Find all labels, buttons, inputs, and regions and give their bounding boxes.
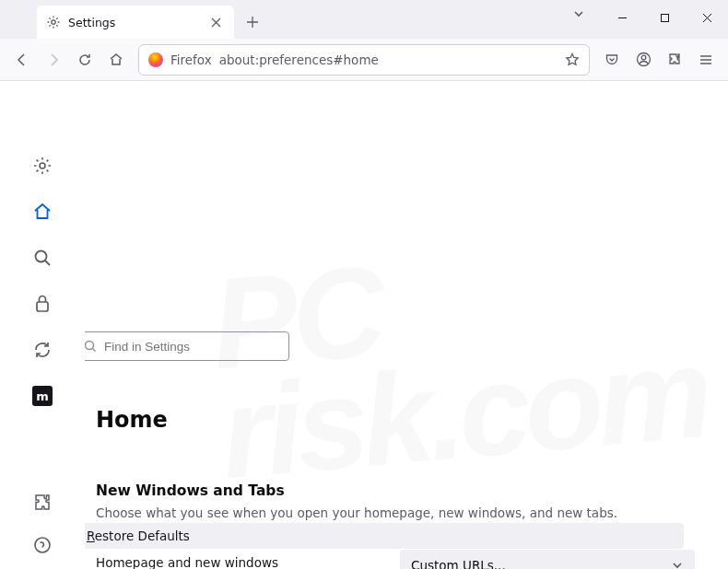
svg-point-0 bbox=[52, 20, 55, 24]
settings-sidebar: m bbox=[0, 81, 85, 569]
settings-search[interactable] bbox=[85, 331, 289, 361]
back-button[interactable] bbox=[7, 45, 37, 75]
svg-point-4 bbox=[40, 163, 45, 168]
svg-point-8 bbox=[86, 342, 94, 350]
menu-button[interactable] bbox=[691, 45, 721, 75]
mozilla-icon: m bbox=[32, 386, 53, 406]
close-window-button[interactable] bbox=[686, 4, 728, 31]
account-icon[interactable] bbox=[628, 45, 658, 75]
sidebar-item-addons[interactable] bbox=[29, 490, 55, 516]
tabs-dropdown-icon[interactable] bbox=[572, 7, 585, 20]
tab-label: Settings bbox=[68, 16, 199, 29]
settings-main: PCrisk.com Home Restore Defaults New Win… bbox=[85, 81, 728, 569]
pocket-icon[interactable] bbox=[597, 45, 627, 75]
url-bar[interactable]: Firefox about:preferences#home bbox=[138, 44, 590, 75]
titlebar: Settings bbox=[0, 0, 728, 39]
close-icon[interactable] bbox=[206, 13, 225, 31]
label-homepage: Homepage and new windows bbox=[96, 550, 400, 569]
page-title: Home bbox=[96, 407, 706, 433]
svg-point-5 bbox=[36, 251, 47, 262]
sidebar-item-general[interactable] bbox=[29, 153, 55, 179]
sidebar-item-home[interactable] bbox=[29, 199, 55, 225]
content: m PCrisk.com Home Restore Defaults New W… bbox=[0, 81, 728, 569]
sidebar-item-help[interactable] bbox=[29, 532, 55, 558]
sidebar-item-more[interactable]: m bbox=[29, 383, 55, 409]
reload-button[interactable] bbox=[70, 45, 100, 75]
gear-icon bbox=[46, 15, 61, 29]
home-button[interactable] bbox=[101, 45, 131, 75]
new-tab-button[interactable] bbox=[238, 7, 267, 37]
minimize-button[interactable] bbox=[601, 4, 643, 31]
chevron-down-icon bbox=[671, 559, 684, 569]
url-path: about:preferences#home bbox=[219, 52, 558, 67]
section-heading-windows: New Windows and Tabs bbox=[96, 482, 706, 499]
svg-rect-1 bbox=[661, 14, 668, 21]
forward-button[interactable] bbox=[39, 45, 68, 75]
settings-search-input[interactable] bbox=[104, 340, 279, 354]
restore-defaults-button[interactable]: Restore Defaults bbox=[85, 523, 684, 549]
url-prefix: Firefox bbox=[170, 52, 212, 67]
homepage-select[interactable]: Custom URLs... bbox=[400, 550, 695, 569]
svg-rect-6 bbox=[37, 302, 48, 311]
browser-tab[interactable]: Settings bbox=[37, 6, 234, 39]
maximize-button[interactable] bbox=[643, 4, 686, 31]
section-desc-windows: Choose what you see when you open your h… bbox=[96, 505, 706, 522]
star-icon[interactable] bbox=[565, 52, 580, 67]
firefox-logo-icon bbox=[148, 52, 163, 67]
window-controls bbox=[601, 0, 728, 39]
svg-point-3 bbox=[641, 55, 646, 60]
extensions-icon[interactable] bbox=[660, 45, 689, 75]
sidebar-item-sync[interactable] bbox=[29, 337, 55, 363]
nav-toolbar: Firefox about:preferences#home bbox=[0, 39, 728, 81]
sidebar-item-search[interactable] bbox=[29, 245, 55, 271]
sidebar-item-privacy[interactable] bbox=[29, 291, 55, 317]
